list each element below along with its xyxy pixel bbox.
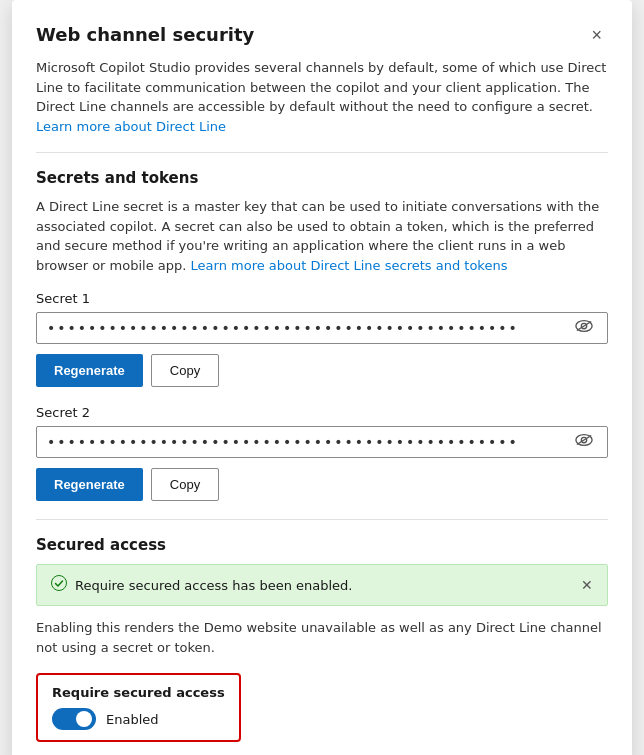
secret1-input-wrap: ••••••••••••••••••••••••••••••••••••••••… <box>36 312 608 344</box>
secret1-label: Secret 1 <box>36 291 608 306</box>
secret2-value: ••••••••••••••••••••••••••••••••••••••••… <box>47 434 571 450</box>
success-banner: Require secured access has been enabled.… <box>36 564 608 606</box>
learn-more-direct-line-link[interactable]: Learn more about Direct Line <box>36 119 226 134</box>
secured-access-divider <box>36 519 608 520</box>
toggle-row: Enabled <box>52 708 225 730</box>
secret1-regenerate-button[interactable]: Regenerate <box>36 354 143 387</box>
secrets-section-desc: A Direct Line secret is a master key tha… <box>36 197 608 275</box>
success-check-icon <box>51 575 67 595</box>
secret2-input-wrap: ••••••••••••••••••••••••••••••••••••••••… <box>36 426 608 458</box>
toggle-thumb <box>76 711 92 727</box>
secret1-value: ••••••••••••••••••••••••••••••••••••••••… <box>47 320 571 336</box>
web-channel-security-dialog: Web channel security × Microsoft Copilot… <box>12 0 632 755</box>
success-banner-text: Require secured access has been enabled. <box>75 578 352 593</box>
secret2-copy-button[interactable]: Copy <box>151 468 219 501</box>
require-secured-access-toggle-box: Require secured access Enabled <box>36 673 241 742</box>
secret2-show-button[interactable] <box>571 433 597 451</box>
dialog-header: Web channel security × <box>36 24 608 46</box>
secured-access-desc: Enabling this renders the Demo website u… <box>36 618 608 657</box>
learn-more-secrets-link[interactable]: Learn more about Direct Line secrets and… <box>191 258 508 273</box>
section-divider <box>36 152 608 153</box>
secrets-tokens-section: Secrets and tokens A Direct Line secret … <box>36 169 608 501</box>
secret1-show-button[interactable] <box>571 319 597 337</box>
success-banner-content: Require secured access has been enabled. <box>51 575 352 595</box>
toggle-state-text: Enabled <box>106 712 159 727</box>
toggle-label: Require secured access <box>52 685 225 700</box>
secret1-btn-row: Regenerate Copy <box>36 354 608 387</box>
secret2-regenerate-button[interactable]: Regenerate <box>36 468 143 501</box>
intro-paragraph: Microsoft Copilot Studio provides severa… <box>36 58 608 136</box>
secret2-label: Secret 2 <box>36 405 608 420</box>
secured-access-toggle[interactable] <box>52 708 96 730</box>
success-banner-close-button[interactable]: ✕ <box>581 577 593 593</box>
secrets-section-title: Secrets and tokens <box>36 169 608 187</box>
dialog-title: Web channel security <box>36 24 254 45</box>
svg-point-6 <box>52 576 67 591</box>
dialog-close-button[interactable]: × <box>585 24 608 46</box>
secret1-copy-button[interactable]: Copy <box>151 354 219 387</box>
secured-access-section: Secured access Require secured access ha… <box>36 536 608 742</box>
secured-access-title: Secured access <box>36 536 608 554</box>
secret2-btn-row: Regenerate Copy <box>36 468 608 501</box>
intro-text: Microsoft Copilot Studio provides severa… <box>36 60 606 114</box>
